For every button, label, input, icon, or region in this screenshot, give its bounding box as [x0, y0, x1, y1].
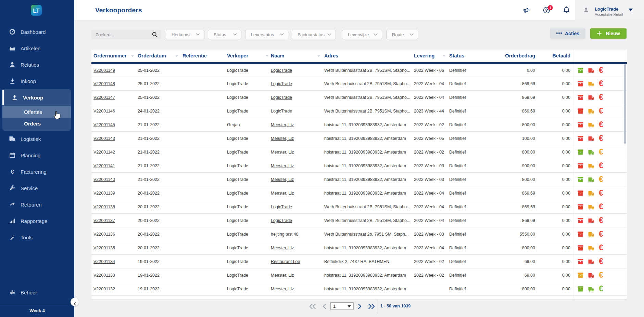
svg-text:LT: LT [33, 8, 40, 14]
svg-text:1: 1 [549, 6, 551, 10]
svg-text:€: € [11, 169, 14, 175]
svg-text:?: ? [545, 8, 548, 13]
